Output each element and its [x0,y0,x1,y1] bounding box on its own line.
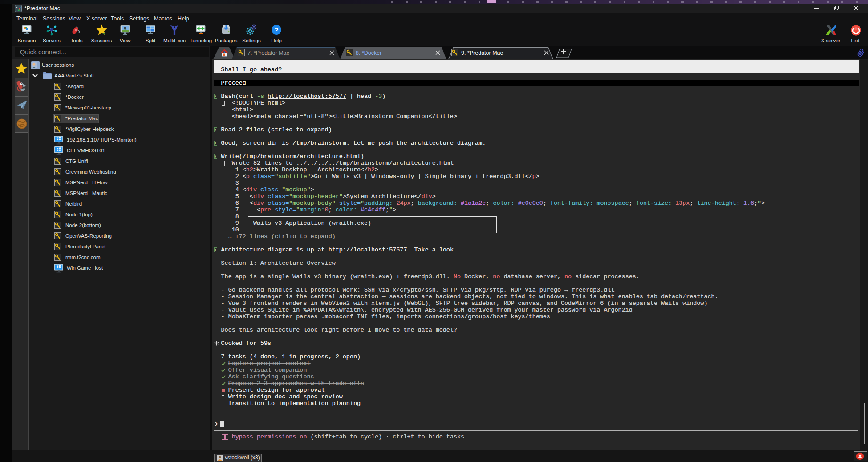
svg-text:?: ? [274,26,278,34]
